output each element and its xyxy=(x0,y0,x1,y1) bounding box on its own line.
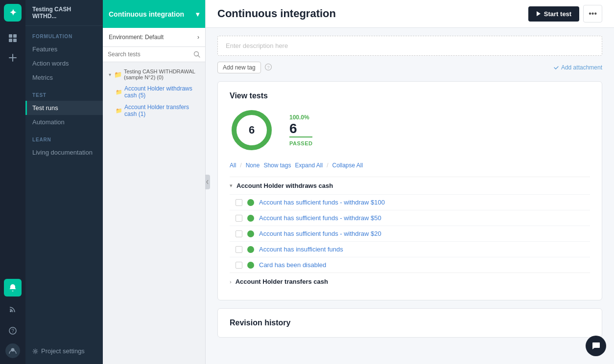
donut-center-value: 6 xyxy=(249,124,255,136)
bell-icon[interactable] xyxy=(4,279,22,296)
middle-panel-title: Continuous integration xyxy=(109,10,184,18)
icon-bar: ✦ ? xyxy=(0,0,25,364)
svg-marker-13 xyxy=(537,11,541,16)
test-stats: 6 100.0% 6 PASSED xyxy=(230,108,590,152)
test-name-1[interactable]: Account has sufficient funds - withdraw … xyxy=(259,199,385,206)
test-name-4[interactable]: Account has insufficient funds xyxy=(259,246,343,253)
nav-plus-icon[interactable] xyxy=(4,49,22,67)
play-icon xyxy=(536,11,541,17)
sidebar-action-words[interactable]: Action words xyxy=(25,56,103,70)
svg-point-6 xyxy=(10,310,12,312)
main-body: Enter description here Add new tag ? Add… xyxy=(206,28,614,364)
middle-panel: Continuous integration ▾ Environment: De… xyxy=(103,0,206,364)
description-footer-left: Add new tag ? xyxy=(217,62,272,73)
test-name-5[interactable]: Card has been disabled xyxy=(259,261,326,269)
tree-root-item[interactable]: ▾ 📁 Testing CASH WITHDRAWAL (sample N°2)… xyxy=(103,66,205,83)
main-header: Continuous integration Start test ••• xyxy=(206,0,614,28)
search-bar xyxy=(103,47,205,62)
section-withdraws-tests: Account has sufficient funds - withdraw … xyxy=(230,194,590,273)
status-dot-3 xyxy=(247,230,254,237)
user-avatar[interactable] xyxy=(5,343,20,358)
svg-rect-1 xyxy=(13,34,17,38)
middle-panel-chevron[interactable]: ▾ xyxy=(196,10,199,18)
passed-percent: 100.0% xyxy=(289,114,312,121)
test-row: Account has sufficient funds - withdraw … xyxy=(230,194,590,210)
test-checkbox-3[interactable] xyxy=(236,230,242,237)
project-name-header: Testing CASH WITHD... xyxy=(25,0,103,26)
filter-none[interactable]: None xyxy=(246,162,260,169)
test-row: Account has sufficient funds - withdraw … xyxy=(230,210,590,226)
test-tree: ▾ 📁 Testing CASH WITHDRAWAL (sample N°2)… xyxy=(103,62,205,364)
left-sidebar: Testing CASH WITHD... FORMULATION Featur… xyxy=(25,0,103,364)
tree-child-folder-icon-2: 📁 xyxy=(116,108,122,114)
test-row: Card has been disabled xyxy=(230,257,590,273)
feed-icon[interactable] xyxy=(4,300,22,318)
description-area[interactable]: Enter description here xyxy=(217,36,602,56)
filter-collapse-all[interactable]: Collapse All xyxy=(332,162,363,169)
collapse-chevron-icon xyxy=(206,180,209,184)
test-checkbox-4[interactable] xyxy=(236,246,242,253)
test-name-3[interactable]: Account has sufficient funds - withdraw … xyxy=(259,230,381,237)
svg-point-10 xyxy=(34,350,36,352)
nav-grid-icon[interactable] xyxy=(4,29,22,47)
environment-selector[interactable]: Environment: Default › xyxy=(103,28,205,47)
tree-child-folder-icon-1: 📁 xyxy=(116,89,122,95)
learn-section-label: LEARN xyxy=(25,129,103,145)
tree-child-label-2: Account Holder transfers cash (1) xyxy=(124,104,199,117)
add-tag-button[interactable]: Add new tag xyxy=(217,62,261,73)
section-withdraws-title: Account Holder withdraws cash xyxy=(236,182,333,189)
chat-button[interactable] xyxy=(586,336,606,356)
section-withdraws-header[interactable]: ▾ Account Holder withdraws cash xyxy=(230,177,590,194)
passed-label: PASSED xyxy=(289,140,312,146)
test-checkbox-1[interactable] xyxy=(236,199,242,206)
sidebar-automation[interactable]: Automation xyxy=(25,115,103,129)
project-name: Testing CASH WITHD... xyxy=(32,6,96,20)
middle-panel-header: Continuous integration ▾ xyxy=(103,0,205,28)
sidebar-metrics[interactable]: Metrics xyxy=(25,70,103,85)
test-row: Account has sufficient funds - withdraw … xyxy=(230,226,590,241)
main-content: Continuous integration Start test ••• En… xyxy=(206,0,614,364)
view-tests-card: View tests 6 100.0% 6 PASSED xyxy=(217,81,602,300)
revision-history-card: Revision history xyxy=(217,308,602,338)
section-transfers-header[interactable]: › Account Holder transfers cash xyxy=(230,273,590,290)
section-chevron-icon: ▾ xyxy=(230,182,233,189)
logo-mark: ✦ xyxy=(9,7,17,18)
tree-child-withdraws[interactable]: 📁 Account Holder withdraws cash (5) xyxy=(103,83,205,101)
search-icon xyxy=(193,51,200,58)
app-logo[interactable]: ✦ xyxy=(4,4,22,22)
svg-rect-0 xyxy=(9,34,12,38)
test-checkbox-2[interactable] xyxy=(236,215,242,222)
test-section-label: TEST xyxy=(25,85,103,101)
test-row: Account has insufficient funds xyxy=(230,241,590,257)
search-input[interactable] xyxy=(108,51,190,58)
env-chevron-icon: › xyxy=(197,34,199,41)
revision-history-title: Revision history xyxy=(230,318,590,327)
tree-child-transfers[interactable]: 📁 Account Holder transfers cash (1) xyxy=(103,101,205,120)
icon-bar-bottom: ? xyxy=(4,279,22,360)
tag-help-icon[interactable]: ? xyxy=(265,64,272,72)
help-circle-icon[interactable]: ? xyxy=(4,322,22,340)
status-dot-1 xyxy=(247,199,254,206)
add-attachment-button[interactable]: Add attachment xyxy=(553,64,602,71)
tree-child-label-1: Account Holder withdraws cash (5) xyxy=(124,85,199,99)
svg-line-12 xyxy=(198,56,200,58)
sidebar-features[interactable]: Features xyxy=(25,42,103,56)
test-name-2[interactable]: Account has sufficient funds - withdraw … xyxy=(259,214,381,222)
sidebar-living-doc[interactable]: Living documentation xyxy=(25,145,103,159)
sidebar-project-settings[interactable]: Project settings xyxy=(25,344,103,358)
svg-rect-2 xyxy=(9,39,12,42)
filter-show-tags[interactable]: Show tags xyxy=(263,162,291,169)
section-transfers-chevron-icon: › xyxy=(230,279,232,285)
filter-all[interactable]: All xyxy=(230,162,236,169)
filter-expand-all[interactable]: Expand All xyxy=(295,162,323,169)
test-checkbox-5[interactable] xyxy=(236,262,242,269)
donut-chart: 6 xyxy=(230,108,274,152)
header-actions: Start test ••• xyxy=(528,5,602,23)
sidebar-test-runs[interactable]: Test runs xyxy=(25,101,103,115)
sidebar-bottom: Project settings xyxy=(25,344,103,364)
start-test-button[interactable]: Start test xyxy=(528,6,579,22)
svg-rect-3 xyxy=(13,39,17,42)
more-options-button[interactable]: ••• xyxy=(583,5,602,23)
tree-folder-icon: 📁 xyxy=(114,71,122,78)
collapse-handle[interactable] xyxy=(205,175,210,189)
